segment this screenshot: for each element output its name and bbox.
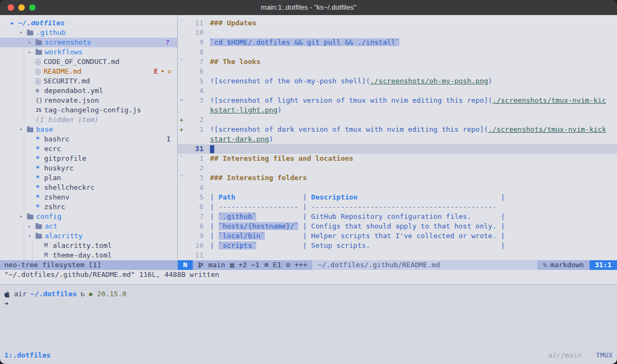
- line-number: 3: [185, 96, 204, 105]
- line-number: 8: [185, 47, 204, 57]
- window-title: main:1:.dotfiles - "ks~/.dotfiles": [261, 3, 356, 12]
- tree-item-ecrc[interactable]: *ecrc: [0, 144, 177, 154]
- line-number: 1: [185, 154, 204, 163]
- editor-line-wrap[interactable]: kstart-light.png): [178, 105, 617, 115]
- editor-line[interactable]: 7| `.github` | GitHub Repository configu…: [178, 212, 617, 222]
- md-link[interactable]: ./screenshots/tmux-nvim-kick: [488, 125, 606, 133]
- editor-line[interactable]: ˅1## Interesting files and locations: [178, 154, 617, 163]
- table-pipe: |: [235, 193, 311, 201]
- fold-open-icon[interactable]: ˅: [178, 57, 185, 67]
- tree-item-bashrc[interactable]: *bashrc I: [0, 134, 177, 144]
- folder-icon: [27, 215, 33, 219]
- tree-item-workflows[interactable]: ▸workflows: [0, 47, 177, 57]
- indent-guide: [32, 241, 33, 260]
- tree-item-alacritty[interactable]: ▾alacritty: [0, 231, 177, 241]
- sign-column: [178, 212, 185, 222]
- terminal-shell[interactable]: air ~/.dotfiles ↻ ◆ 20.15.0 ➜ 1:.dotfile…: [0, 285, 617, 364]
- tree-item-theme-day-toml[interactable]: Mtheme-day.toml: [0, 251, 177, 260]
- shell-file-icon: *: [36, 154, 44, 163]
- editor-line[interactable]: 8| `hosts/{hostname}/` | Configs that sh…: [178, 222, 617, 231]
- editor-line[interactable]: 4: [178, 183, 617, 192]
- tree-item-plan[interactable]: *plan: [0, 173, 177, 183]
- shell-file-icon: *: [36, 202, 44, 212]
- table-pipe: |: [210, 232, 219, 240]
- close-button[interactable]: [8, 4, 14, 11]
- sign-column: [178, 28, 185, 38]
- tmux-badge: TMUX: [596, 351, 613, 360]
- git-branch-name: main: [208, 260, 225, 270]
- editor-buffer[interactable]: ˅11### Updates 10 9`cd $HOME/.dotfiles &…: [178, 15, 617, 260]
- tree-item-github[interactable]: ▾.github: [0, 28, 177, 38]
- line-number: 9: [185, 38, 204, 47]
- tree-item-gitprofile[interactable]: *gitprofile: [0, 154, 177, 163]
- folder-icon: [36, 234, 42, 239]
- editor-line-wrap[interactable]: start-dark.png): [178, 134, 617, 144]
- md-paren: ): [269, 135, 274, 143]
- tree-item-alacritty-toml[interactable]: Malacritty.toml: [0, 241, 177, 251]
- editor-line[interactable]: 10| `scripts` | Setup scripts. |: [178, 241, 617, 251]
- diagnostics-count: ⊗ E1: [264, 260, 281, 270]
- editor-line[interactable]: 4: [178, 86, 617, 96]
- sign-column: [178, 86, 185, 96]
- line-number: 6: [185, 202, 204, 212]
- md-link[interactable]: start-dark.png: [210, 135, 269, 143]
- fold-open-icon[interactable]: ˅: [178, 173, 185, 183]
- tree-item-code-of-conduct[interactable]: CODE_OF_CONDUCT.md: [0, 57, 177, 67]
- tree-item-tag-changelog[interactable]: JStag-changelog-config.js: [0, 105, 177, 115]
- git-changed-sign: ~: [178, 96, 185, 105]
- editor-line[interactable]: 2: [178, 163, 617, 173]
- tree-item-act[interactable]: ▸act: [0, 222, 177, 231]
- editor-line[interactable]: 8: [178, 47, 617, 57]
- editor-line[interactable]: 9`cd $HOME/.dotfiles && git pull && ./in…: [178, 38, 617, 47]
- tree-item-renovate[interactable]: {}renovate.json: [0, 96, 177, 105]
- zoom-button[interactable]: [29, 4, 36, 11]
- md-link[interactable]: ./screenshots/oh-my-posh.png: [370, 77, 488, 85]
- prompt-arrow[interactable]: ➜: [0, 299, 617, 309]
- file-icon: [36, 59, 40, 65]
- tree-item-shellcheckrc[interactable]: *shellcheckrc: [0, 183, 177, 192]
- tree-item-huskyrc[interactable]: *huskyrc: [0, 163, 177, 173]
- md-link[interactable]: ./screenshots/tmux-nvim-kic: [492, 96, 606, 104]
- minimize-button[interactable]: [18, 4, 25, 11]
- editor-line[interactable]: ˅3### Interesting folders: [178, 173, 617, 183]
- editor-line[interactable]: 6: [178, 67, 617, 76]
- editor-line[interactable]: 5| Path | Description |: [178, 192, 617, 202]
- line-number: 5: [185, 192, 204, 202]
- folder-icon: [36, 50, 42, 55]
- tree-item-hidden-count[interactable]: (1 hidden item): [0, 115, 177, 125]
- editor-line[interactable]: 10: [178, 28, 617, 38]
- tree-root-label: ~/.dotfiles: [18, 18, 65, 28]
- fold-open-icon[interactable]: ˅: [178, 154, 185, 163]
- editor-line[interactable]: 5![screenshot of the oh-my-posh shell](.…: [178, 76, 617, 86]
- editor-line[interactable]: ˅7## The looks: [178, 57, 617, 67]
- editor-line[interactable]: ~3![screenshot of light version of tmux …: [178, 96, 617, 105]
- editor-line[interactable]: 11: [178, 251, 617, 260]
- line-number: 8: [185, 222, 204, 231]
- git-added-sign: +: [178, 115, 185, 125]
- folder-icon: [27, 31, 33, 35]
- tree-item-screenshots[interactable]: ▸screenshots ?: [0, 38, 177, 47]
- tree-item-zshenv[interactable]: *zshenv: [0, 192, 177, 202]
- tree-item-security[interactable]: SECURITY.md: [0, 76, 177, 86]
- tree-item-readme[interactable]: README.md E•▫: [0, 67, 177, 76]
- md-link[interactable]: kstart-light.png: [210, 106, 277, 114]
- editor-line[interactable]: ˅11### Updates: [178, 18, 617, 28]
- editor-line[interactable]: +1![screenshot of dark version of tmux w…: [178, 125, 617, 134]
- tree-item-base[interactable]: ▾base: [0, 125, 177, 134]
- terminal-window: main:1:.dotfiles - "ks~/.dotfiles" ▶~/.d…: [0, 0, 617, 364]
- table-pipe: |: [357, 193, 505, 201]
- line-number: 4: [185, 183, 204, 192]
- tree-root[interactable]: ▶~/.dotfiles: [0, 18, 177, 28]
- tmux-window-item[interactable]: 1:.dotfiles: [4, 351, 51, 360]
- tmux-status-bar: 1:.dotfiles air/main TMUX: [4, 350, 613, 361]
- sign-column: [178, 134, 185, 144]
- tree-item-zshrc[interactable]: *zshrc: [0, 202, 177, 212]
- editor-cursor-line[interactable]: 31: [178, 144, 617, 154]
- tree-item-config[interactable]: ▾config: [0, 212, 177, 222]
- editor-line[interactable]: 6| ------------------- | ---------------…: [178, 202, 617, 212]
- tree-item-dependabot[interactable]: ⚙dependabot.yml: [0, 86, 177, 96]
- editor-line[interactable]: +2: [178, 115, 617, 125]
- fold-open-icon[interactable]: ˅: [178, 18, 185, 28]
- prompt-hostname: air: [14, 289, 26, 299]
- editor-line[interactable]: 9| `local/bin` | Helper scripts that I'v…: [178, 231, 617, 241]
